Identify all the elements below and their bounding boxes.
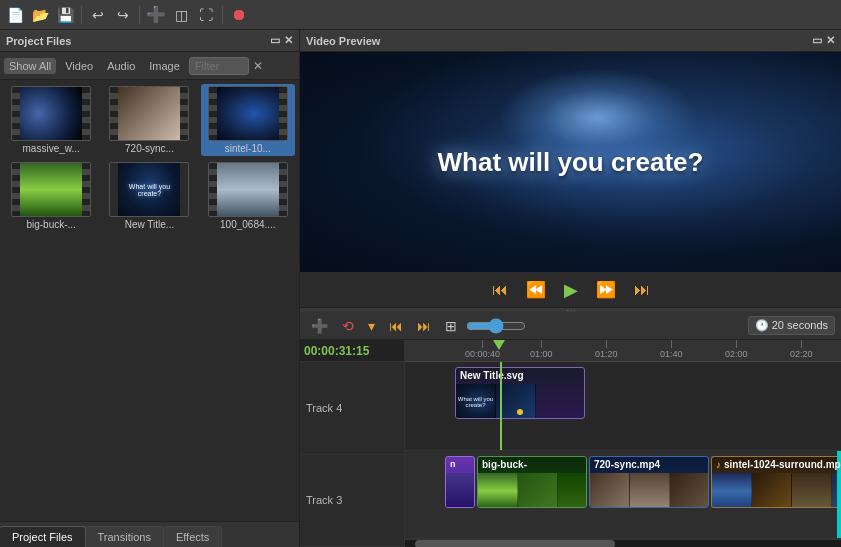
- playback-start-button[interactable]: ⏮: [486, 278, 514, 302]
- timecode-display: 00:00:31:15: [300, 340, 404, 362]
- video-preview-header-icons: ▭ ✕: [812, 34, 835, 47]
- fullscreen-button[interactable]: ⛶: [195, 4, 217, 26]
- clip-sintel-thumb3: [792, 473, 832, 507]
- new-button[interactable]: 📄: [4, 4, 26, 26]
- thumb-item-1[interactable]: massive_w...: [4, 84, 98, 156]
- project-files-header: Project Files ▭ ✕: [0, 30, 299, 52]
- clip-big-buck[interactable]: big-buck-: [477, 456, 587, 508]
- toolbar-separator-3: [222, 6, 223, 24]
- thumb-item-5[interactable]: What will you create? New Title...: [102, 160, 196, 232]
- filter-image-button[interactable]: Image: [144, 58, 185, 74]
- split-button[interactable]: ◫: [170, 4, 192, 26]
- project-files-header-icons: ▭ ✕: [270, 34, 293, 47]
- track4-label-text: Track 4: [306, 402, 342, 414]
- maximize-icon[interactable]: ✕: [284, 34, 293, 47]
- open-button[interactable]: 📂: [29, 4, 51, 26]
- filter-video-button[interactable]: Video: [60, 58, 98, 74]
- clip-720-sync[interactable]: 720-sync.mp4: [589, 456, 709, 508]
- ruler-mark-6: 02:20: [790, 340, 813, 359]
- clip-sintel-thumb1: [712, 473, 752, 507]
- redo-button[interactable]: ↪: [112, 4, 134, 26]
- record-button[interactable]: ⏺: [228, 4, 250, 26]
- tick-1: [482, 340, 483, 348]
- timeline-clock-icon: 🕐: [755, 319, 769, 331]
- vp-maximize-icon[interactable]: ✕: [826, 34, 835, 47]
- timeline-next-button[interactable]: ⏭: [412, 316, 436, 336]
- main-area: Project Files ▭ ✕ Show All Video Audio I…: [0, 30, 841, 547]
- playback-rewind-button[interactable]: ⏪: [520, 277, 552, 302]
- undo-button[interactable]: ↩: [87, 4, 109, 26]
- track3-row: n big-buck-: [405, 451, 841, 540]
- filter-clear-icon[interactable]: ✕: [253, 59, 263, 73]
- tab-effects[interactable]: Effects: [164, 526, 222, 547]
- scrollbar-thumb[interactable]: [415, 540, 615, 547]
- add-button[interactable]: ➕: [145, 4, 167, 26]
- timeline-add-button[interactable]: ➕: [306, 316, 333, 336]
- thumb-img-5: What will you create?: [109, 162, 189, 217]
- clip-svg-title: New Title.svg: [456, 368, 584, 383]
- timeline-remove-button[interactable]: ⟲: [337, 316, 359, 336]
- tick-4: [671, 340, 672, 348]
- track4-label: Track 4: [300, 362, 404, 455]
- clip-big-thumb2: [518, 473, 558, 507]
- timeline-zoom-badge: 🕐 20 seconds: [748, 316, 835, 335]
- thumb-item-6[interactable]: 100_0684....: [201, 160, 295, 232]
- ruler-label-1: 00:00:40: [465, 349, 500, 359]
- thumb-item-4[interactable]: big-buck-...: [4, 160, 98, 232]
- left-panel: Project Files ▭ ✕ Show All Video Audio I…: [0, 30, 300, 547]
- vp-minimize-icon[interactable]: ▭: [812, 34, 822, 47]
- thumb-img-1: [11, 86, 91, 141]
- timeline-scrollbar[interactable]: [405, 539, 841, 547]
- playback-fastforward-button[interactable]: ⏩: [590, 277, 622, 302]
- thumb-item-2[interactable]: 720-sync...: [102, 84, 196, 156]
- clip-720-thumb1: [590, 473, 630, 507]
- film-strip-right-3: [279, 87, 287, 140]
- timeline-prev-button[interactable]: ⏮: [384, 316, 408, 336]
- snap-indicator-svg: [517, 409, 523, 415]
- ruler-label-2: 01:00: [530, 349, 553, 359]
- clip-big-thumb3: [558, 473, 586, 507]
- playback-end-button[interactable]: ⏭: [628, 278, 656, 302]
- thumb-label-5: New Title...: [109, 219, 189, 230]
- bottom-tabs: Project Files Transitions Effects: [0, 521, 299, 547]
- track3-label-text: Track 3: [306, 494, 342, 506]
- thumb-item-3[interactable]: sintel-10...: [201, 84, 295, 156]
- project-files-title: Project Files: [6, 35, 71, 47]
- track3-label: Track 3: [300, 455, 404, 548]
- timeline-zoom-slider[interactable]: [466, 318, 526, 334]
- timeline-snap-button[interactable]: ⊞: [440, 316, 462, 336]
- thumb-label-4: big-buck-...: [11, 219, 91, 230]
- timeline-trim-button[interactable]: ▾: [363, 316, 380, 336]
- clip-720-thumb2: [630, 473, 670, 507]
- film-strip-right-1: [82, 87, 90, 140]
- thumb-label-6: 100_0684....: [208, 219, 288, 230]
- clip-sintel[interactable]: ♪sintel-1024-surround.mp4: [711, 456, 841, 508]
- timeline-ruler: 00:00:40 01:00 01:20 01:40: [405, 340, 841, 362]
- timecode-value: 00:00:31:15: [304, 344, 369, 358]
- ruler-mark-3: 01:20: [595, 340, 618, 359]
- clip-sintel-title: ♪sintel-1024-surround.mp4: [712, 457, 841, 472]
- filter-audio-button[interactable]: Audio: [102, 58, 140, 74]
- thumb-bg-4: [20, 163, 82, 216]
- save-button[interactable]: 💾: [54, 4, 76, 26]
- clip-svg-thumb: What will you create?: [456, 384, 496, 418]
- tick-3: [606, 340, 607, 348]
- tab-transitions[interactable]: Transitions: [86, 526, 164, 547]
- filter-input[interactable]: [189, 57, 249, 75]
- filter-showall-button[interactable]: Show All: [4, 58, 56, 74]
- ruler-label-3: 01:20: [595, 349, 618, 359]
- ruler-mark-4: 01:40: [660, 340, 683, 359]
- clip-n-strip: [446, 473, 474, 507]
- tab-project-files[interactable]: Project Files: [0, 526, 86, 547]
- clip-n[interactable]: n: [445, 456, 475, 508]
- playback-play-button[interactable]: ▶: [558, 276, 584, 304]
- thumb-img-4: [11, 162, 91, 217]
- minimize-icon[interactable]: ▭: [270, 34, 280, 47]
- video-preview-header: Video Preview ▭ ✕: [300, 30, 841, 52]
- clip-svg-thumb2: [496, 384, 536, 418]
- thumbnail-grid: massive_w... 720-sync... sintel-10...: [0, 80, 299, 521]
- ruler-mark-5: 02:00: [725, 340, 748, 359]
- clip-new-title-svg[interactable]: New Title.svg What will you create?: [455, 367, 585, 419]
- preview-text: What will you create?: [438, 147, 704, 178]
- clip-n-title: n: [446, 457, 474, 471]
